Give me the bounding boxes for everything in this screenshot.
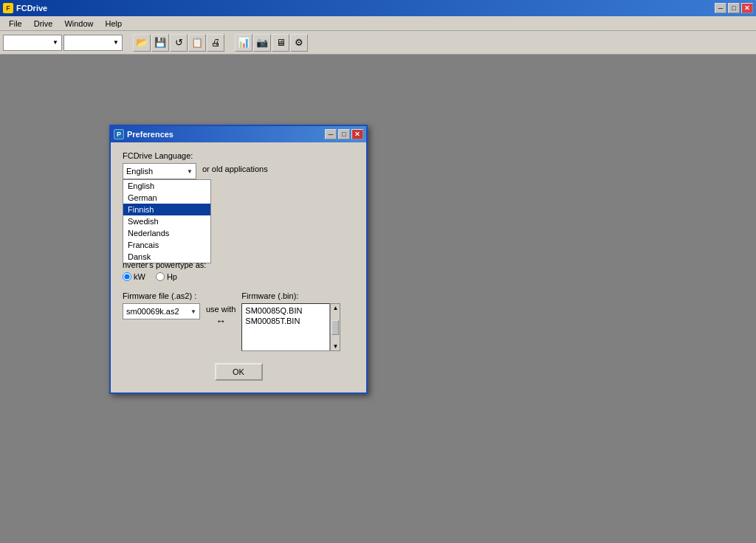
language-dropdown-row: English ▼ or old applications English Ge… xyxy=(123,163,354,179)
dialog-minimize-button[interactable]: ─ xyxy=(325,129,337,139)
firmware-as2-label: Firmware file (.as2) : xyxy=(123,291,200,300)
toolbar-btn-copy[interactable]: 📋 xyxy=(188,34,206,52)
toolbar-btn-save[interactable]: 💾 xyxy=(151,34,169,52)
radio-kw-input[interactable] xyxy=(123,272,131,281)
main-area: P Preferences ─ □ ✕ FCDrive Language: En xyxy=(0,55,756,543)
radio-hp-input[interactable] xyxy=(156,272,165,281)
lang-option-english[interactable]: English xyxy=(123,180,210,192)
lang-option-francais[interactable]: Francais xyxy=(123,239,210,251)
firmware-bin-label: Firmware (.bin): xyxy=(241,291,354,300)
use-with-label: use with xyxy=(206,305,236,314)
toolbar-btn-photo[interactable]: 📷 xyxy=(253,34,271,52)
hint-old-apps: or old applications xyxy=(202,165,268,173)
scrollbar-up[interactable]: ▲ xyxy=(332,305,338,311)
toolbar: ▼ ▼ 📂 💾 ↺ 📋 🖨 📊 📷 🖥 ⚙ xyxy=(0,31,756,55)
use-with-section: use with ↔ xyxy=(206,291,236,327)
dialog-close-button[interactable]: ✕ xyxy=(351,129,363,139)
lang-option-finnish[interactable]: Finnish xyxy=(123,204,210,215)
app-minimize-button[interactable]: ─ xyxy=(715,3,726,13)
firmware-bin-item-2[interactable]: SM00085T.BIN xyxy=(244,316,328,326)
firmware-as2-dropdown[interactable]: sm00069k.as2 ▼ xyxy=(123,303,200,319)
radio-hp-label: Hp xyxy=(167,272,177,281)
app-maximize-button[interactable]: □ xyxy=(728,3,740,13)
toolbar-btn-monitor[interactable]: 🖥 xyxy=(272,34,289,52)
scrollbar-thumb[interactable] xyxy=(331,320,339,335)
language-dropdown[interactable]: English ▼ xyxy=(123,163,196,179)
dialog-icon: P xyxy=(114,129,124,139)
lang-option-nederlands[interactable]: Nederlands xyxy=(123,227,210,239)
toolbar-btn-chart[interactable]: 📊 xyxy=(235,34,252,52)
firmware-scrollbar[interactable]: ▲ ▼ xyxy=(330,303,340,351)
dialog-title-bar: P Preferences ─ □ ✕ xyxy=(111,126,366,142)
language-label: FCDrive Language: xyxy=(123,151,354,160)
use-with-arrow: ↔ xyxy=(216,315,226,327)
firmware-bin-item-1[interactable]: SM00085Q.BIN xyxy=(244,305,328,316)
language-dropdown-arrow: ▼ xyxy=(187,168,193,175)
toolbar-btn-settings[interactable]: ⚙ xyxy=(290,34,308,52)
radio-hp[interactable]: Hp xyxy=(156,272,177,281)
language-selected-value: English xyxy=(126,167,153,176)
firmware-as2-value: sm00069k.as2 xyxy=(126,307,179,316)
scrollbar-down[interactable]: ▼ xyxy=(332,343,338,350)
lang-option-german[interactable]: German xyxy=(123,192,210,204)
menu-bar: File Drive Window Help xyxy=(0,16,756,31)
toolbar-btn-print[interactable]: 🖨 xyxy=(207,34,224,52)
preferences-dialog: P Preferences ─ □ ✕ FCDrive Language: En xyxy=(109,125,368,394)
radio-kw[interactable]: kW xyxy=(123,272,145,281)
lang-option-swedish[interactable]: Swedish xyxy=(123,215,210,227)
radio-kw-label: kW xyxy=(134,272,145,281)
menu-drive[interactable]: Drive xyxy=(28,18,59,30)
ok-button[interactable]: OK xyxy=(215,363,263,381)
lang-option-dansk[interactable]: Dansk xyxy=(123,251,210,263)
toolbar-btn-open[interactable]: 📂 xyxy=(133,34,151,52)
firmware-bin-list[interactable]: SM00085Q.BIN SM00085T.BIN xyxy=(241,303,330,351)
toolbar-dropdown-2[interactable]: ▼ xyxy=(63,35,123,51)
toolbar-btn-refresh[interactable]: ↺ xyxy=(170,34,188,52)
firmware-row: Firmware file (.as2) : sm00069k.as2 ▼ us… xyxy=(123,291,354,351)
app-title: FCDrive xyxy=(16,4,47,13)
menu-file[interactable]: File xyxy=(3,18,28,30)
menu-help[interactable]: Help xyxy=(100,18,128,30)
toolbar-dropdown-1[interactable]: ▼ xyxy=(3,35,62,51)
language-dropdown-list[interactable]: English German Finnish Swedish Nederland… xyxy=(123,179,211,263)
dialog-title: Preferences xyxy=(127,130,173,139)
app-title-bar: F FCDrive ─ □ ✕ xyxy=(0,0,756,16)
firmware-as2-arrow: ▼ xyxy=(190,308,196,315)
app-close-button[interactable]: ✕ xyxy=(741,3,753,13)
menu-window[interactable]: Window xyxy=(58,18,99,30)
dialog-maximize-button[interactable]: □ xyxy=(338,129,350,139)
ok-row: OK xyxy=(123,363,354,384)
app-icon: F xyxy=(3,3,13,13)
